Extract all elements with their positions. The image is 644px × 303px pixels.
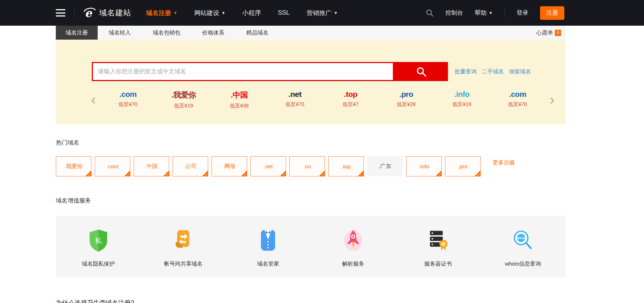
wishlist[interactable]: 心愿单 0 bbox=[536, 26, 561, 40]
domain-search-input[interactable] bbox=[92, 62, 394, 81]
nav-divider bbox=[504, 8, 505, 18]
nav-item-ssl[interactable]: SSL bbox=[278, 9, 290, 17]
nav-item-marketing[interactable]: 营销推广▼ bbox=[307, 9, 338, 17]
hot-domains-title: 热门域名 bbox=[56, 139, 644, 147]
service-label: 域名管家 bbox=[257, 260, 279, 267]
nav-item-mini-program[interactable]: 小程序 bbox=[242, 9, 261, 17]
tld-carousel: ‹ .com 低至¥70 .我爱你 低至¥19 .中国 低至¥38 .net 低… bbox=[56, 90, 565, 109]
tld-offer-top[interactable]: .top 低至¥7 bbox=[323, 90, 379, 109]
tab-price-system[interactable]: 价格体系 bbox=[191, 26, 235, 40]
navbar-right: 控制台 帮助▼ 登录 注册 bbox=[426, 6, 564, 20]
services-panel: 私 域名隐私保护 帐号间共享域名 域名管家 bbox=[56, 216, 565, 277]
search-icon[interactable] bbox=[426, 9, 434, 17]
service-server-certificate[interactable]: 服务器证书 bbox=[395, 226, 480, 267]
hot-domain-button[interactable]: .中国✓ bbox=[134, 156, 169, 176]
tab-domain-package[interactable]: 域名包销包 bbox=[142, 26, 191, 40]
check-icon: ✓ bbox=[283, 173, 286, 177]
menu-icon[interactable] bbox=[56, 9, 65, 17]
check-icon: ✓ bbox=[477, 173, 480, 177]
brand-logo[interactable]: e 域名建站 bbox=[83, 7, 131, 19]
carousel-prev-icon[interactable]: ‹ bbox=[91, 93, 96, 107]
carousel-next-icon[interactable]: › bbox=[550, 93, 554, 107]
privacy-shield-icon: 私 bbox=[86, 228, 111, 252]
hot-domain-label: .top bbox=[341, 163, 351, 169]
hot-domain-button[interactable]: .我爱你✓ bbox=[56, 156, 91, 176]
nav-item-domain-register[interactable]: 域名注册▼ bbox=[146, 9, 177, 17]
tld-offer-com2[interactable]: .com 低至¥70 bbox=[490, 90, 546, 109]
carousel-items: .com 低至¥70 .我爱你 低至¥19 .中国 低至¥38 .net 低至¥… bbox=[100, 90, 546, 109]
service-label: whois信息查询 bbox=[505, 260, 541, 267]
tld-price: 低至¥28 bbox=[379, 101, 434, 108]
nav-console-link[interactable]: 控制台 bbox=[445, 9, 463, 17]
check-icon: ✓ bbox=[438, 173, 441, 177]
search-icon bbox=[416, 66, 427, 77]
hot-domain-button[interactable]: .网络✓ bbox=[211, 156, 247, 176]
tld-offer-net[interactable]: .net 低至¥70 bbox=[267, 90, 323, 109]
batch-query-link[interactable]: 批量查询 bbox=[455, 68, 477, 75]
tld-offer-zhongguo[interactable]: .中国 低至¥38 bbox=[211, 90, 267, 109]
domain-search-button[interactable] bbox=[394, 62, 448, 81]
service-label: 域名隐私保护 bbox=[82, 260, 115, 267]
whois-magnifier-icon: whois bbox=[511, 228, 535, 252]
tab-domain-transfer[interactable]: 域名转入 bbox=[98, 26, 142, 40]
service-whois-lookup[interactable]: whois whois信息查询 bbox=[481, 226, 565, 267]
reserved-domains-link[interactable]: 保留域名 bbox=[509, 68, 531, 75]
hot-domain-label: .pro bbox=[458, 163, 468, 169]
hot-domain-button[interactable]: .广东 bbox=[367, 156, 403, 176]
service-label: 帐号间共享域名 bbox=[164, 260, 202, 267]
tld-price: 低至¥70 bbox=[490, 101, 546, 108]
nav-item-website-building[interactable]: 网站建设▼ bbox=[194, 9, 225, 17]
more-suffixes-link[interactable]: 更多后缀 bbox=[493, 159, 515, 166]
register-button[interactable]: 注册 bbox=[540, 6, 564, 20]
check-icon: ✓ bbox=[88, 173, 91, 177]
secondhand-domains-link[interactable]: 二手域名 bbox=[482, 68, 504, 75]
tld-price: 低至¥18 bbox=[434, 101, 490, 108]
service-domain-butler[interactable]: 域名管家 bbox=[226, 226, 311, 267]
hot-domain-button[interactable]: .net✓ bbox=[250, 156, 286, 176]
service-privacy-protection[interactable]: 私 域名隐私保护 bbox=[56, 226, 141, 267]
dns-rocket-icon bbox=[341, 228, 365, 252]
hot-domain-button[interactable]: .com✓ bbox=[95, 156, 130, 176]
tab-premium-domains[interactable]: 精品域名 bbox=[235, 26, 279, 40]
hot-domain-button[interactable]: .top✓ bbox=[328, 156, 364, 176]
hot-domain-button[interactable]: .info✓ bbox=[406, 156, 442, 176]
hot-domain-button[interactable]: .cn✓ bbox=[289, 156, 325, 176]
tld-logo: .info bbox=[434, 90, 490, 99]
tld-logo: .net bbox=[267, 90, 323, 99]
nav-help-link[interactable]: 帮助▼ bbox=[475, 9, 493, 17]
tld-offer-woaini[interactable]: .我爱你 低至¥19 bbox=[156, 90, 211, 109]
tld-offer-info[interactable]: .info 低至¥18 bbox=[434, 90, 490, 109]
service-shared-domain[interactable]: 帐号间共享域名 bbox=[141, 226, 225, 267]
butler-suit-icon bbox=[256, 228, 280, 252]
chevron-down-icon: ▼ bbox=[489, 11, 493, 15]
tld-price: 低至¥19 bbox=[156, 103, 211, 109]
tld-logo: .top bbox=[323, 90, 379, 99]
hot-domain-button[interactable]: .pro✓ bbox=[445, 156, 481, 176]
tld-price: 低至¥70 bbox=[267, 101, 323, 108]
tab-domain-register[interactable]: 域名注册 bbox=[56, 26, 98, 40]
hot-domain-label: .cn bbox=[303, 163, 311, 169]
chevron-down-icon: ▼ bbox=[334, 11, 338, 15]
tld-logo: .我爱你 bbox=[156, 90, 211, 100]
services-title: 域名增值服务 bbox=[56, 197, 644, 205]
nav-divider bbox=[74, 8, 75, 18]
hot-domain-label: .中国 bbox=[145, 163, 158, 170]
login-link[interactable]: 登录 bbox=[517, 9, 528, 17]
hot-domain-label: .net bbox=[264, 163, 273, 169]
chevron-down-icon: ▼ bbox=[221, 11, 225, 15]
check-icon: ✓ bbox=[205, 173, 208, 177]
hot-domain-label: .广东 bbox=[379, 163, 391, 170]
tld-logo: .com bbox=[100, 90, 156, 99]
tld-logo: .com bbox=[490, 90, 546, 99]
check-icon: ✓ bbox=[127, 173, 130, 177]
hot-domain-button[interactable]: .公司✓ bbox=[173, 156, 208, 176]
search-row: 批量查询 二手域名 保留域名 bbox=[92, 62, 565, 81]
service-label: 解析服务 bbox=[342, 260, 364, 267]
tld-offer-pro[interactable]: .pro 低至¥28 bbox=[379, 90, 434, 109]
check-icon: ✓ bbox=[166, 173, 169, 177]
tld-offer-com[interactable]: .com 低至¥70 bbox=[100, 90, 156, 109]
check-icon: ✓ bbox=[244, 173, 247, 177]
tld-logo: .中国 bbox=[211, 90, 267, 100]
tld-price: 低至¥38 bbox=[211, 103, 267, 109]
service-dns-resolution[interactable]: 解析服务 bbox=[311, 226, 395, 267]
